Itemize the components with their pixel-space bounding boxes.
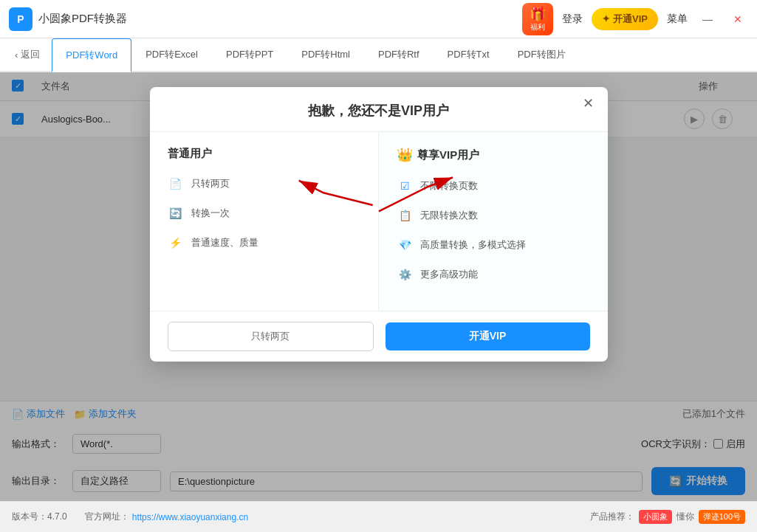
tab-pdf-html[interactable]: PDF转Html	[287, 38, 364, 72]
vip-feature-more: ⚙️ 更多高级功能	[397, 266, 590, 283]
modal-close-button[interactable]: ✕	[580, 94, 597, 112]
convert-icon: 🔄	[168, 205, 184, 221]
tab-pdf-ppt[interactable]: PDF转PPT	[212, 38, 287, 72]
minimize-button[interactable]: —	[696, 10, 719, 28]
recommend: 产品推荐： 小圆象 懂你 弹迹100号	[590, 510, 745, 524]
recommend-badge: 小圆象	[639, 510, 672, 524]
tab-pdf-excel[interactable]: PDF转Excel	[131, 38, 212, 72]
feature-once: 🔄 转换一次	[168, 205, 361, 221]
site-url[interactable]: https://www.xiaoyuanxiang.cn	[132, 512, 248, 522]
danji-badge: 弹迹100号	[699, 510, 745, 524]
menu-button[interactable]: 菜单	[667, 13, 688, 26]
recommend-extra: 懂你	[676, 511, 694, 523]
main-content: ✓ 文件名 操作 ✓ Auslogics-Boo... ▶ 🗑 📄 添加文件	[0, 72, 757, 501]
crown-icon: 👑	[397, 147, 413, 163]
feature-speed: ⚡ 普通速度、质量	[168, 235, 361, 251]
modal-footer: 只转两页 开通VIP	[150, 311, 608, 362]
app-name: 小圆象PDF转换器	[38, 12, 522, 26]
vip-user-col: 👑 尊享VIP用户 ☑ 不限转换页数 📋 无限转换次数 💎 高质量转换，多模式选…	[379, 132, 608, 311]
modal-body: 普通用户 📄 只转两页 🔄 转换一次 ⚡ 普通速度、质量	[150, 131, 608, 311]
site-info: 官方网址： https://www.xiaoyuanxiang.cn	[85, 511, 248, 523]
speed-icon: ⚡	[168, 235, 184, 251]
upgrade-vip-button[interactable]: 开通VIP	[386, 322, 590, 350]
close-button[interactable]: ✕	[727, 10, 748, 28]
app-logo: P	[9, 7, 32, 31]
footer: 版本号：4.7.0 官方网址： https://www.xiaoyuanxian…	[0, 501, 757, 532]
back-button[interactable]: ‹ 返回	[6, 42, 49, 67]
limit-button[interactable]: 只转两页	[168, 322, 374, 351]
vip-feature-quality: 💎 高质量转换，多模式选择	[397, 237, 590, 253]
settings-icon: ⚙️	[397, 266, 413, 283]
vip-user-title: 👑 尊享VIP用户	[397, 147, 590, 163]
doc-icon: 📄	[168, 176, 184, 192]
nav-bar: ‹ 返回 PDF转Word PDF转Excel PDF转PPT PDF转Html…	[0, 38, 757, 72]
normal-user-col: 普通用户 📄 只转两页 🔄 转换一次 ⚡ 普通速度、质量	[150, 132, 380, 311]
vip-button[interactable]: ✦ 开通VIP	[592, 8, 658, 30]
welfare-button[interactable]: 🎁 福利	[522, 3, 553, 35]
unlimited-icon: 📋	[397, 207, 413, 224]
title-bar-right: 🎁 福利 登录 ✦ 开通VIP 菜单 — ✕	[522, 3, 748, 35]
tab-pdf-image[interactable]: PDF转图片	[504, 38, 580, 72]
feature-2pages: 📄 只转两页	[168, 176, 361, 192]
title-bar: P 小圆象PDF转换器 🎁 福利 登录 ✦ 开通VIP 菜单 — ✕	[0, 0, 757, 38]
modal-dialog: ✕ 抱歉，您还不是VIP用户 普通用户 📄 只转两页 🔄 转换一次	[150, 87, 608, 362]
version-text: 版本号：4.7.0	[12, 511, 67, 523]
normal-user-title: 普通用户	[168, 147, 361, 161]
modal-overlay: ✕ 抱歉，您还不是VIP用户 普通用户 📄 只转两页 🔄 转换一次	[0, 72, 757, 501]
check-icon: ☑	[397, 178, 413, 194]
diamond-icon: 💎	[397, 237, 413, 253]
vip-feature-pages: ☑ 不限转换页数	[397, 178, 590, 194]
tab-pdf-rtf[interactable]: PDF转Rtf	[364, 38, 434, 72]
modal-title: 抱歉，您还不是VIP用户	[150, 87, 608, 131]
tab-pdf-txt[interactable]: PDF转Txt	[434, 38, 504, 72]
login-button[interactable]: 登录	[562, 13, 583, 26]
vip-feature-times: 📋 无限转换次数	[397, 207, 590, 224]
tab-pdf-word[interactable]: PDF转Word	[52, 38, 131, 72]
